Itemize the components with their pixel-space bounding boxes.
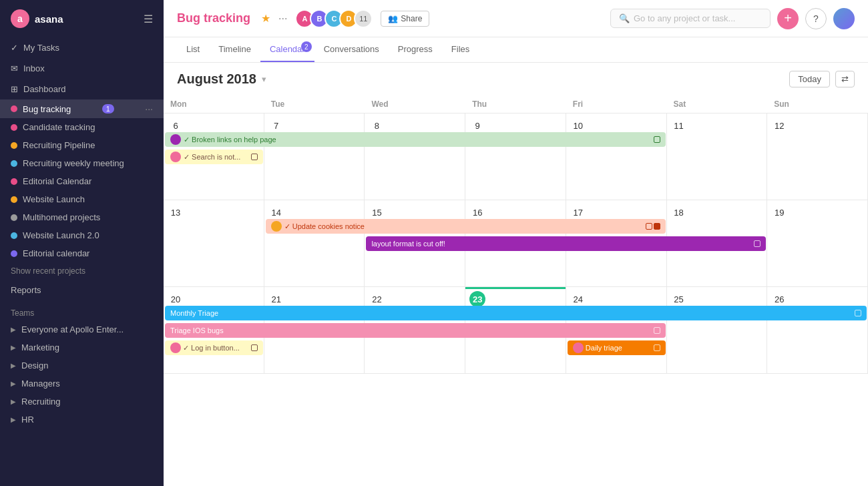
sidebar-item-inbox[interactable]: ✉ Inbox: [0, 58, 164, 79]
hamburger-icon[interactable]: ☰: [144, 13, 153, 25]
check-icon: ✓: [11, 43, 18, 53]
cal-cell-8[interactable]: 8: [365, 113, 465, 200]
search-box[interactable]: 🔍 Go to any project or task...: [610, 9, 771, 28]
project-color-dot: [11, 214, 17, 221]
sidebar-team-everyone[interactable]: ▶ Everyone at Apollo Enter...: [0, 320, 164, 338]
sidebar-reports[interactable]: Reports: [0, 280, 164, 300]
cal-cell-19[interactable]: 19: [767, 200, 868, 286]
event-monthly-triage[interactable]: Monthly Triage: [165, 306, 867, 320]
event-action-box: [646, 223, 652, 230]
cal-cell-11[interactable]: 11: [667, 113, 768, 200]
sidebar-project-editorial-calendar[interactable]: Editorial Calendar: [0, 172, 164, 190]
tab-bar: List Timeline Calendar 2 Conversations P…: [164, 37, 868, 63]
calendar-week-3: 20 21 22 23 24 25 26 Monthly Triage Tria…: [164, 287, 868, 374]
calendar-settings-button[interactable]: ⇄: [835, 71, 855, 87]
cal-date: 20: [168, 291, 184, 307]
share-icon: 👥: [388, 14, 398, 23]
topbar: Bug tracking ★ ··· A B C D 11 👥 Share 🔍 …: [164, 0, 868, 37]
event-search[interactable]: ✓ Search is not...: [165, 150, 263, 164]
sidebar-project-recruiting-pipeline[interactable]: Recruiting Pipeline: [0, 136, 164, 154]
day-header-sat: Sat: [667, 95, 768, 113]
sidebar-project-multihomed[interactable]: Multihomed projects: [0, 208, 164, 226]
cal-date: 19: [771, 204, 787, 220]
chevron-right-icon: ▶: [11, 344, 16, 351]
add-button[interactable]: +: [777, 8, 799, 29]
event-triage-ios[interactable]: Triage IOS bugs: [165, 323, 666, 338]
calendar-controls: Today ⇄: [789, 71, 855, 87]
cal-cell-9[interactable]: 9: [465, 113, 566, 200]
cal-cell-26[interactable]: 26: [767, 287, 868, 373]
event-close-box: [654, 327, 660, 334]
project-more-icon[interactable]: ···: [145, 103, 153, 114]
project-title: Bug tracking: [177, 11, 250, 25]
cal-date: 7: [268, 117, 284, 134]
sidebar-project-website-launch-2[interactable]: Website Launch 2.0: [0, 226, 164, 244]
cal-cell-10[interactable]: 10: [566, 113, 667, 200]
cal-cell-14[interactable]: 14: [264, 200, 365, 286]
cal-cell-13[interactable]: 13: [164, 200, 264, 286]
project-color-dot: [11, 160, 17, 167]
cal-date: 16: [469, 204, 485, 220]
sidebar-project-bug-tracking[interactable]: Bug tracking 1 ···: [0, 99, 164, 118]
cal-date: 17: [570, 204, 586, 220]
sidebar-team-recruiting[interactable]: ▶ Recruiting: [0, 393, 164, 411]
project-color-dot: [11, 178, 17, 185]
search-placeholder: Go to any project or task...: [634, 13, 735, 23]
avatar-group: A B C D 11: [295, 9, 373, 28]
cal-cell-7[interactable]: 7: [264, 113, 365, 200]
event-close-box: [251, 344, 258, 351]
avatar-count: 11: [354, 9, 373, 28]
day-header-tue: Tue: [264, 95, 365, 113]
project-color-dot: [11, 105, 17, 112]
tab-list[interactable]: List: [177, 37, 209, 62]
sidebar-team-marketing[interactable]: ▶ Marketing: [0, 338, 164, 356]
sidebar-item-my-tasks[interactable]: ✓ My Tasks: [0, 37, 164, 58]
event-close-box: [654, 344, 660, 351]
event-daily-triage[interactable]: Daily triage: [568, 340, 666, 355]
cal-cell-12[interactable]: 12: [767, 113, 868, 200]
help-button[interactable]: ?: [805, 8, 827, 29]
calendar-month-title: August 2018: [177, 71, 256, 87]
event-broken-links[interactable]: ✓ Broken links on help page: [165, 132, 666, 147]
sidebar-team-hr[interactable]: ▶ HR: [0, 411, 164, 429]
show-recent-projects[interactable]: Show recent projects: [0, 262, 164, 280]
day-header-thu: Thu: [465, 95, 566, 113]
event-avatar: [170, 134, 181, 145]
sidebar-team-design[interactable]: ▶ Design: [0, 356, 164, 375]
star-icon[interactable]: ★: [261, 12, 270, 25]
event-close-box: [654, 136, 660, 143]
sidebar-project-candidate-tracking[interactable]: Candidate tracking: [0, 118, 164, 136]
asana-logo[interactable]: a asana: [11, 9, 63, 28]
project-color-dot: [11, 142, 17, 149]
event-cookies[interactable]: ✓ Update cookies notice: [266, 219, 666, 234]
sidebar-header: a asana ☰: [0, 0, 164, 37]
tab-badge: 2: [301, 41, 312, 52]
calendar-week-1: 6 7 8 9 10 11 12 ✓ Broken links on help …: [164, 113, 868, 200]
more-options-icon[interactable]: ···: [278, 13, 287, 25]
cal-date: 15: [369, 204, 385, 220]
cal-date: 18: [671, 204, 687, 220]
sidebar-team-managers[interactable]: ▶ Managers: [0, 375, 164, 393]
user-avatar[interactable]: [833, 8, 855, 29]
tab-conversations[interactable]: Conversations: [314, 37, 389, 62]
sidebar-project-recruiting-weekly[interactable]: Recruiting weekly meeting: [0, 154, 164, 172]
cal-cell-25[interactable]: 25: [667, 287, 768, 373]
event-layout-format[interactable]: layout format is cut off!: [366, 236, 766, 251]
day-header-mon: Mon: [164, 95, 264, 113]
event-login-button[interactable]: ✓ Log in button...: [165, 340, 263, 355]
dropdown-icon[interactable]: ▾: [262, 74, 266, 84]
cal-date: 8: [369, 117, 385, 134]
sidebar-project-website-launch[interactable]: Website Launch: [0, 190, 164, 208]
today-button[interactable]: Today: [789, 71, 830, 87]
tab-files[interactable]: Files: [442, 37, 479, 62]
cal-date: 13: [168, 204, 184, 220]
tab-calendar[interactable]: Calendar 2: [260, 37, 314, 62]
share-button[interactable]: 👥 Share: [381, 11, 429, 27]
sidebar-project-editorial-calendar-2[interactable]: Editorial calendar: [0, 244, 164, 262]
sidebar-item-dashboard[interactable]: ⊞ Dashboard: [0, 79, 164, 99]
tab-timeline[interactable]: Timeline: [209, 37, 260, 62]
event-close-box: [754, 240, 761, 247]
tab-progress[interactable]: Progress: [389, 37, 442, 62]
inbox-icon: ✉: [11, 63, 18, 73]
asana-logo-icon: a: [11, 9, 29, 28]
